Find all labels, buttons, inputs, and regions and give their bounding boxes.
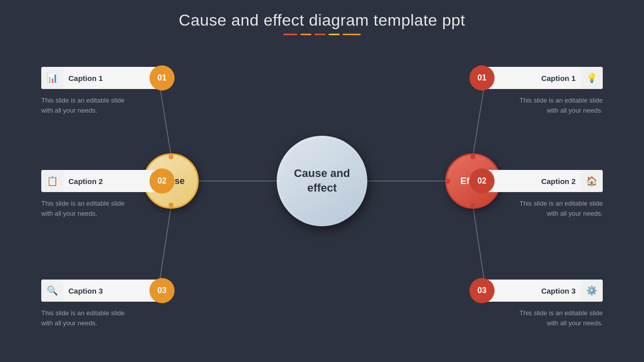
right-caption-2-label: Caption 2: [482, 177, 581, 186]
left-caption-1-sub: This slide is an editable slidewith all …: [41, 96, 142, 115]
center-line2: effect: [294, 181, 350, 196]
right-caption-3: ⚙️ Caption 3 03: [482, 280, 603, 302]
left-caption-1-label: Caption 1: [63, 74, 162, 82]
right-caption-3-sub: This slide is an editable slidewith all …: [502, 308, 603, 328]
right-caption-1-icon: 💡: [581, 67, 603, 89]
left-caption-2-icon: 📋: [41, 170, 63, 192]
dot-effect-center: [445, 178, 450, 184]
right-caption-2-sub: This slide is an editable slidewith all …: [502, 199, 603, 218]
svg-line-2: [158, 206, 171, 289]
left-caption-3-sub: This slide is an editable slidewith all …: [41, 308, 142, 328]
left-caption-2-badge: 02: [149, 168, 175, 194]
right-caption-2-badge: 02: [469, 168, 495, 194]
left-caption-1: 📊 Caption 1 01: [41, 67, 162, 89]
right-caption-1: 💡 Caption 1 01: [482, 67, 603, 89]
title-area: Cause and effect diagram template ppt: [0, 0, 644, 35]
right-caption-1-sub: This slide is an editable slidewith all …: [502, 96, 603, 115]
center-line1: Cause and: [294, 166, 350, 181]
right-caption-2: 🏠 Caption 2 02: [482, 170, 603, 192]
left-caption-3: 🔍 Caption 3 03: [41, 280, 162, 302]
right-caption-3-icon: ⚙️: [581, 280, 603, 302]
right-caption-1-label: Caption 1: [482, 74, 581, 82]
left-caption-1-icon: 📊: [41, 67, 63, 89]
right-caption-3-label: Caption 3: [482, 287, 581, 295]
right-caption-3-badge: 03: [469, 278, 495, 303]
left-caption-2: 📋 Caption 2 02: [41, 170, 162, 192]
left-caption-1-badge: 01: [149, 65, 175, 90]
left-caption-3-badge: 03: [149, 278, 175, 303]
title-divider: [0, 34, 644, 35]
svg-line-6: [473, 206, 486, 289]
right-caption-1-badge: 01: [469, 65, 495, 90]
left-caption-2-sub: This slide is an editable slidewith all …: [41, 199, 142, 218]
left-caption-3-label: Caption 3: [63, 287, 162, 295]
dot-effect-top: [470, 154, 475, 159]
slide: Cause and effect diagram template ppt Ca…: [0, 0, 644, 362]
left-caption-2-label: Caption 2: [63, 177, 162, 186]
right-caption-2-icon: 🏠: [581, 170, 603, 192]
dot-cause-bottom: [169, 203, 174, 208]
dot-cause-top: [169, 154, 174, 159]
center-circle: Cause and effect: [277, 136, 367, 226]
main-title: Cause and effect diagram template ppt: [0, 11, 644, 30]
dot-effect-bottom: [470, 203, 475, 208]
left-caption-3-icon: 🔍: [41, 280, 63, 302]
